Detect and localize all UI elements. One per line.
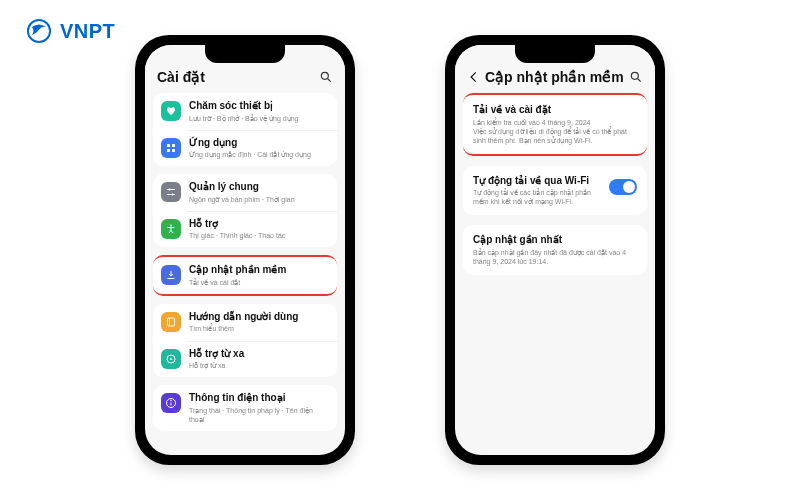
svg-rect-3 (167, 144, 170, 147)
svg-rect-13 (168, 318, 175, 326)
settings-row[interactable]: Ứng dụng Ứng dụng mặc định · Cài đặt ứng… (153, 130, 337, 167)
search-icon[interactable] (319, 70, 333, 84)
settings-list: Chăm sóc thiết bị Lưu trữ · Bộ nhớ · Bảo… (145, 93, 345, 455)
settings-group: Thông tin điện thoại Trạng thái · Thông … (153, 385, 337, 431)
settings-group: Cập nhật phần mềm Tải về và cài đặt (153, 255, 337, 296)
grid-icon (161, 138, 181, 158)
row-subtitle: Thị giác · Thính giác · Thao tác (189, 231, 329, 240)
svg-point-10 (172, 194, 174, 196)
wifi-auto-toggle[interactable] (609, 179, 637, 195)
row-subtitle: Trạng thái · Thông tin pháp lý · Tên điệ… (189, 406, 329, 424)
row-title: Chăm sóc thiết bị (189, 100, 329, 113)
settings-row[interactable]: Cập nhật phần mềm Tải về và cài đặt (153, 257, 337, 294)
item-title: Cập nhật gần nhất (473, 234, 637, 247)
row-subtitle: Tải về và cài đặt (189, 278, 329, 287)
update-list: Tải về và cài đặt Lần kiểm tra cuối vào … (455, 93, 655, 455)
page-title: Cài đặt (157, 69, 319, 85)
book-icon (161, 312, 181, 332)
update-item: Tự động tải về qua Wi-Fi Tự động tải về … (463, 166, 647, 216)
settings-group: Chăm sóc thiết bị Lưu trữ · Bộ nhớ · Bảo… (153, 93, 337, 166)
phone-settings: Cài đặt Chăm sóc thiết bị Lưu trữ · Bộ n… (135, 35, 355, 465)
svg-line-2 (328, 79, 331, 82)
sliders-icon (161, 182, 181, 202)
svg-rect-5 (167, 149, 170, 152)
settings-row[interactable]: Hướng dẫn người dùng Tìm hiểu thêm (153, 304, 337, 341)
update-item[interactable]: Cập nhật gần nhất Bản cập nhật gần đây n… (463, 225, 647, 275)
brand-name: VNPT (60, 20, 115, 43)
row-title: Hướng dẫn người dùng (189, 311, 329, 324)
row-title: Thông tin điện thoại (189, 392, 329, 405)
settings-group: Quản lý chung Ngôn ngữ và bàn phím · Thờ… (153, 174, 337, 247)
svg-point-8 (169, 189, 171, 191)
info-icon (161, 393, 181, 413)
update-item[interactable]: Tải về và cài đặt Lần kiểm tra cuối vào … (463, 93, 647, 156)
svg-point-0 (28, 20, 50, 42)
svg-point-11 (170, 224, 172, 226)
page-title: Cập nhật phần mềm (485, 69, 629, 85)
item-subtitle: Tự động tải về các bản cập nhật phần mềm… (473, 188, 601, 206)
svg-point-16 (170, 358, 172, 360)
row-title: Quản lý chung (189, 181, 329, 194)
row-title: Ứng dụng (189, 137, 329, 150)
phone-software-update: Cập nhật phần mềm Tải về và cài đặt Lần … (445, 35, 665, 465)
item-title: Tự động tải về qua Wi-Fi (473, 175, 601, 188)
brand-logo: VNPT (26, 18, 115, 44)
phone-notch (205, 45, 285, 63)
row-subtitle: Ứng dụng mặc định · Cài đặt ứng dụng (189, 150, 329, 159)
item-subtitle: Lần kiểm tra cuối vào 4 tháng 9, 2024 Vi… (473, 118, 637, 145)
settings-row[interactable]: Quản lý chung Ngôn ngữ và bàn phím · Thờ… (153, 174, 337, 211)
svg-point-19 (170, 400, 171, 401)
svg-point-1 (321, 72, 328, 79)
settings-row[interactable]: Chăm sóc thiết bị Lưu trữ · Bộ nhớ · Bảo… (153, 93, 337, 130)
row-subtitle: Lưu trữ · Bộ nhớ · Bảo vệ ứng dụng (189, 114, 329, 123)
row-subtitle: Hỗ trợ từ xa (189, 361, 329, 370)
svg-rect-4 (172, 144, 175, 147)
item-subtitle: Bản cập nhật gần đây nhất đã được cài đặ… (473, 248, 637, 266)
phone-notch (515, 45, 595, 63)
search-icon[interactable] (629, 70, 643, 84)
row-title: Cập nhật phần mềm (189, 264, 329, 277)
row-subtitle: Ngôn ngữ và bàn phím · Thời gian (189, 195, 329, 204)
download-icon (161, 265, 181, 285)
row-title: Hỗ trợ (189, 218, 329, 231)
settings-row[interactable]: Thông tin điện thoại Trạng thái · Thông … (153, 385, 337, 431)
item-title: Tải về và cài đặt (473, 104, 637, 117)
svg-line-21 (638, 79, 641, 82)
swirl-icon (26, 18, 52, 44)
row-title: Hỗ trợ từ xa (189, 348, 329, 361)
accessibility-icon (161, 219, 181, 239)
heart-icon (161, 101, 181, 121)
row-subtitle: Tìm hiểu thêm (189, 324, 329, 333)
svg-point-20 (631, 72, 638, 79)
remote-icon (161, 349, 181, 369)
settings-row[interactable]: Hỗ trợ Thị giác · Thính giác · Thao tác (153, 211, 337, 248)
back-icon[interactable] (467, 70, 481, 84)
svg-rect-6 (172, 149, 175, 152)
settings-row[interactable]: Hỗ trợ từ xa Hỗ trợ từ xa (153, 341, 337, 378)
settings-group: Hướng dẫn người dùng Tìm hiểu thêm Hỗ tr… (153, 304, 337, 377)
